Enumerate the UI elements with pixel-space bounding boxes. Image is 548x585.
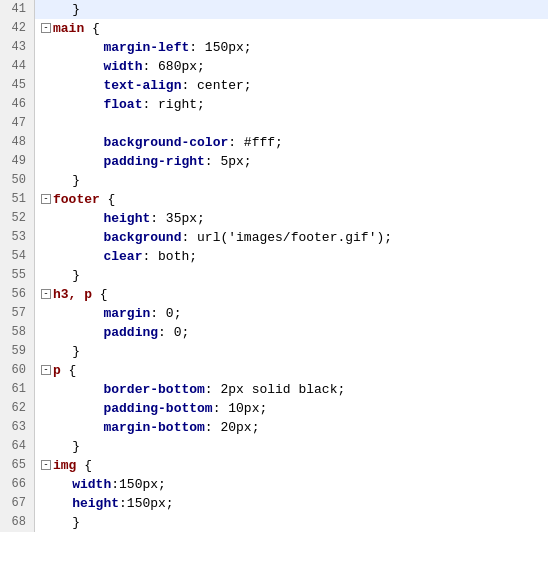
line-content: border-bottom: 2px solid black;: [35, 380, 548, 399]
line-number: 47: [0, 114, 35, 133]
code-line: 49 padding-right: 5px;: [0, 152, 548, 171]
code-token: {: [84, 21, 100, 36]
line-number: 65: [0, 456, 35, 475]
code-token: [41, 306, 103, 321]
code-token: :150px;: [119, 496, 174, 511]
code-token: float: [103, 97, 142, 112]
line-content: padding-right: 5px;: [35, 152, 548, 171]
code-token: {: [76, 458, 92, 473]
code-token: : center;: [181, 78, 251, 93]
code-token: [41, 249, 103, 264]
code-token: : 0;: [158, 325, 189, 340]
code-token: clear: [103, 249, 142, 264]
line-number: 54: [0, 247, 35, 266]
collapse-button[interactable]: -: [41, 460, 51, 470]
line-content: }: [35, 0, 548, 19]
code-token: }: [41, 515, 80, 530]
code-line: 51-footer {: [0, 190, 548, 209]
code-token: : right;: [142, 97, 204, 112]
line-number: 50: [0, 171, 35, 190]
code-line: 45 text-align: center;: [0, 76, 548, 95]
code-token: [41, 382, 103, 397]
code-token: [41, 78, 103, 93]
line-number: 55: [0, 266, 35, 285]
code-token: }: [41, 173, 80, 188]
code-line: 44 width: 680px;: [0, 57, 548, 76]
line-number: 56: [0, 285, 35, 304]
line-number: 61: [0, 380, 35, 399]
code-token: height: [72, 496, 119, 511]
code-token: : url('images/footer.gif');: [181, 230, 392, 245]
code-token: {: [61, 363, 77, 378]
line-number: 41: [0, 0, 35, 19]
collapse-button[interactable]: -: [41, 365, 51, 375]
code-token: [41, 477, 72, 492]
code-token: }: [41, 344, 80, 359]
code-line: 55 }: [0, 266, 548, 285]
line-content: }: [35, 513, 548, 532]
line-number: 53: [0, 228, 35, 247]
code-token: [41, 420, 103, 435]
line-number: 48: [0, 133, 35, 152]
code-token: text-align: [103, 78, 181, 93]
code-token: [41, 97, 103, 112]
code-token: : 0;: [150, 306, 181, 321]
code-line: 53 background: url('images/footer.gif');: [0, 228, 548, 247]
code-line: 42-main {: [0, 19, 548, 38]
code-token: {: [92, 287, 108, 302]
code-line: 50 }: [0, 171, 548, 190]
line-content: }: [35, 171, 548, 190]
line-content: }: [35, 266, 548, 285]
code-token: : 2px solid black;: [205, 382, 345, 397]
code-line: 54 clear: both;: [0, 247, 548, 266]
code-token: : 20px;: [205, 420, 260, 435]
line-number: 46: [0, 95, 35, 114]
code-token: : #fff;: [228, 135, 283, 150]
code-line: 64 }: [0, 437, 548, 456]
code-line: 48 background-color: #fff;: [0, 133, 548, 152]
code-token: background-color: [103, 135, 228, 150]
code-line: 62 padding-bottom: 10px;: [0, 399, 548, 418]
line-number: 45: [0, 76, 35, 95]
code-token: [41, 40, 103, 55]
collapse-button[interactable]: -: [41, 23, 51, 33]
collapse-button[interactable]: -: [41, 289, 51, 299]
code-token: margin-bottom: [103, 420, 204, 435]
line-content: margin-left: 150px;: [35, 38, 548, 57]
code-token: [41, 496, 72, 511]
line-number: 43: [0, 38, 35, 57]
code-token: :150px;: [111, 477, 166, 492]
code-token: [41, 401, 103, 416]
line-content: -h3, p {: [35, 285, 548, 304]
line-content: }: [35, 342, 548, 361]
code-token: border-bottom: [103, 382, 204, 397]
code-token: [41, 135, 103, 150]
code-token: background: [103, 230, 181, 245]
code-token: width: [72, 477, 111, 492]
line-content: text-align: center;: [35, 76, 548, 95]
code-token: }: [41, 439, 80, 454]
code-token: margin: [103, 306, 150, 321]
code-token: {: [100, 192, 116, 207]
code-token: : 5px;: [205, 154, 252, 169]
line-number: 58: [0, 323, 35, 342]
code-token: main: [53, 21, 84, 36]
line-content: float: right;: [35, 95, 548, 114]
code-line: 66 width:150px;: [0, 475, 548, 494]
line-content: -img {: [35, 456, 548, 475]
line-content: margin-bottom: 20px;: [35, 418, 548, 437]
code-token: height: [103, 211, 150, 226]
line-number: 52: [0, 209, 35, 228]
line-content: margin: 0;: [35, 304, 548, 323]
line-content: padding: 0;: [35, 323, 548, 342]
code-token: [41, 230, 103, 245]
collapse-button[interactable]: -: [41, 194, 51, 204]
code-line: 63 margin-bottom: 20px;: [0, 418, 548, 437]
line-content: -p {: [35, 361, 548, 380]
code-token: [41, 211, 103, 226]
code-line: 58 padding: 0;: [0, 323, 548, 342]
code-token: [41, 59, 103, 74]
line-number: 67: [0, 494, 35, 513]
code-token: : 680px;: [142, 59, 204, 74]
code-line: 59 }: [0, 342, 548, 361]
